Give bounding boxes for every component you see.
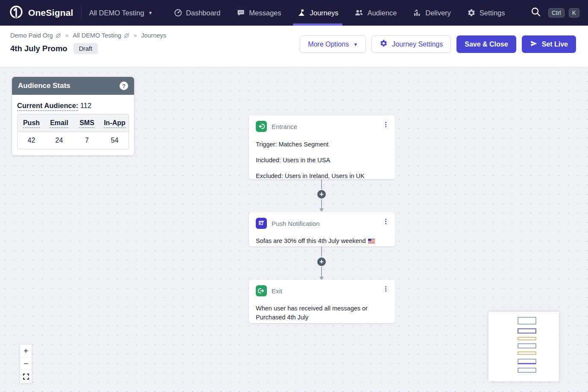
push-message: Sofas are 30% off this 4th July weekend [256, 237, 388, 246]
top-navbar: OneSignal All DEMO Testing ▼ Dashboard [0, 0, 588, 26]
brand-name: OneSignal [28, 8, 73, 18]
val-push: 42 [18, 132, 45, 149]
add-step-button[interactable]: + [316, 189, 327, 199]
current-audience-label: Current Audience: [17, 102, 78, 111]
save-close-button[interactable]: Save & Close [456, 35, 516, 53]
toolbar: More Options ▼ Journey Settings Save & C… [300, 35, 576, 53]
push-node-header: Push Notification [256, 218, 388, 229]
exit-logout-icon [256, 285, 267, 296]
nav-label: Delivery [425, 9, 451, 17]
kebab-menu-icon[interactable] [383, 218, 388, 225]
col-push: Push [18, 114, 45, 132]
nav-item-settings[interactable]: Settings [467, 0, 505, 26]
breadcrumb-journeys[interactable]: Journeys [141, 32, 166, 39]
journey-canvas[interactable]: Audience Stats ? Current Audience: 112 P… [0, 67, 588, 392]
onesignal-logo-icon [9, 4, 24, 21]
status-badge: Draft [73, 43, 98, 54]
gear-icon [380, 39, 388, 49]
app-switcher-label: All DEMO Testing [89, 9, 144, 17]
nav-item-journeys[interactable]: Journeys [297, 0, 338, 26]
journey-settings-label: Journey Settings [392, 41, 443, 48]
shortcut-ctrl-key: Ctrl [548, 8, 565, 18]
fullscreen-icon [23, 374, 29, 380]
journey-settings-button[interactable]: Journey Settings [372, 35, 451, 53]
entrance-node-header: Entrance [256, 121, 388, 132]
nav-label: Messages [249, 9, 281, 17]
minimap-node [518, 351, 536, 355]
gear-icon [467, 9, 476, 17]
push-notification-node[interactable]: Push Notification Sofas are 30% off this… [249, 212, 395, 246]
minimap-node [518, 343, 536, 348]
page-header-left: Demo Paid Org > All DEMO Testing > Journ… [10, 32, 166, 54]
nav-label: Dashboard [186, 9, 221, 17]
link-icon [56, 33, 61, 38]
navbar-right: Ctrl K [530, 6, 579, 19]
audience-stats-header: Audience Stats ? [12, 77, 134, 95]
save-close-label: Save & Close [465, 41, 508, 48]
audience-stats-body: Current Audience: 112 Push Email SMS In-… [12, 95, 134, 155]
breadcrumb-org[interactable]: Demo Paid Org [10, 32, 61, 39]
entrance-node-title: Entrance [272, 123, 297, 130]
entrance-excluded-line: Excluded: Users in Ireland, Users in UK [256, 173, 388, 179]
entrance-node[interactable]: Entrance Trigger: Matches Segment Includ… [249, 115, 395, 179]
minimap-node [518, 328, 536, 333]
breadcrumb-app[interactable]: All DEMO Testing [73, 32, 129, 39]
fit-view-button[interactable] [20, 370, 32, 383]
chart-icon [413, 9, 421, 17]
canvas-minimap[interactable] [489, 312, 559, 381]
channel-stats-table: Push Email SMS In-App 42 24 7 54 [17, 114, 129, 149]
col-sms: SMS [73, 114, 101, 132]
kebab-menu-icon[interactable] [383, 121, 388, 128]
title-row: 4th July Promo Draft [10, 43, 166, 54]
minimap-node [518, 317, 536, 325]
search-icon[interactable] [530, 6, 541, 19]
more-options-button[interactable]: More Options ▼ [300, 35, 366, 53]
entrance-included-line: Included: Users in the USA [256, 157, 388, 164]
set-live-label: Set Live [542, 41, 568, 48]
link-icon [124, 33, 129, 38]
nav-item-delivery[interactable]: Delivery [413, 0, 451, 26]
breadcrumb-label: All DEMO Testing [73, 32, 121, 39]
push-compose-icon [256, 218, 267, 229]
breadcrumb-separator: > [134, 32, 137, 39]
current-audience-value: 112 [80, 102, 91, 109]
nav-label: Journeys [310, 9, 338, 17]
exit-node-header: Exit [256, 285, 388, 296]
exit-node[interactable]: Exit When user has received all messages… [249, 280, 395, 323]
arrow-down-icon [319, 208, 324, 212]
audience-stats-panel: Audience Stats ? Current Audience: 112 P… [12, 77, 134, 155]
kebab-menu-icon[interactable] [383, 285, 388, 293]
help-icon[interactable]: ? [120, 82, 128, 90]
nav-item-dashboard[interactable]: Dashboard [174, 0, 221, 26]
push-node-title: Push Notification [272, 220, 320, 227]
nav-item-audience[interactable]: Audience [354, 0, 397, 26]
minimap-node [518, 368, 536, 373]
breadcrumb-separator: > [65, 32, 69, 39]
page-title: 4th July Promo [10, 44, 67, 53]
chevron-down-icon: ▼ [353, 42, 358, 47]
channel-values-row: 42 24 7 54 [18, 132, 129, 149]
more-options-label: More Options [308, 41, 349, 48]
brand[interactable]: OneSignal [9, 4, 73, 21]
exit-node-title: Exit [272, 287, 282, 295]
milestone-flag-icon [297, 9, 306, 17]
chat-icon [237, 9, 245, 17]
zoom-out-button[interactable]: − [20, 357, 32, 370]
set-live-button[interactable]: Set Live [522, 35, 576, 53]
col-email: Email [45, 114, 73, 132]
current-audience: Current Audience: 112 [17, 100, 129, 114]
us-flag-icon [368, 237, 375, 246]
add-step-button[interactable]: + [316, 257, 327, 267]
val-sms: 7 [73, 132, 101, 149]
minimap-node [518, 359, 536, 364]
nav-label: Settings [480, 9, 505, 17]
nav-item-messages[interactable]: Messages [237, 0, 281, 26]
shortcut-k-key: K [569, 8, 579, 18]
zoom-in-button[interactable]: + [20, 345, 32, 357]
entrance-trigger-line: Trigger: Matches Segment [256, 141, 388, 148]
send-icon [530, 40, 538, 49]
minimap-node [518, 337, 536, 340]
app-switcher[interactable]: All DEMO Testing ▼ [89, 9, 153, 17]
col-inapp: In-App [101, 114, 129, 132]
nav-items: Dashboard Messages Journeys [166, 0, 513, 26]
